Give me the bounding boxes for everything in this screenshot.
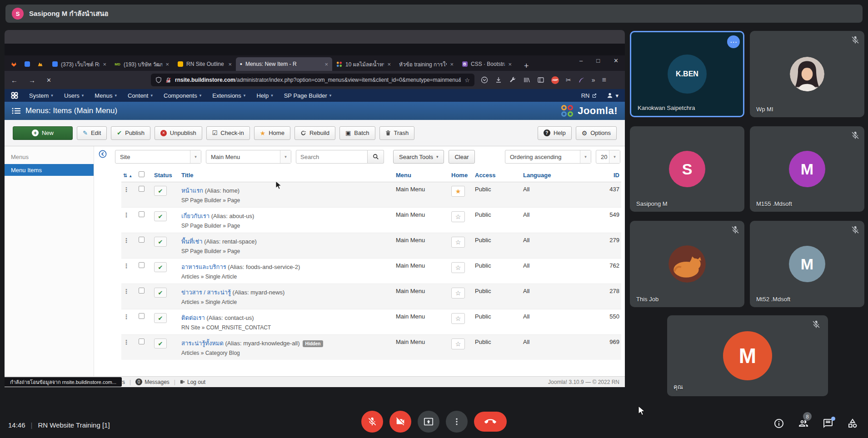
unpublish-button[interactable]: ×Unpublish	[155, 126, 202, 140]
menu-item-link[interactable]: พื้นที่เช่า	[181, 238, 203, 245]
participant-tile-this-job[interactable]: This Job	[630, 221, 744, 307]
search-tools-button[interactable]: Search Tools▾	[393, 150, 444, 164]
menubar-item-menus[interactable]: Menus▾	[89, 92, 122, 99]
address-bar[interactable]: rnsite.buildinstore.com/administrator/in…	[151, 74, 474, 86]
meeting-details-button[interactable]	[773, 418, 784, 429]
stop-icon[interactable]: ✕	[46, 77, 51, 84]
hang-up-button[interactable]	[474, 412, 507, 432]
home-toggle-button[interactable]: ☆	[451, 237, 465, 248]
status-published-button[interactable]: ✔	[154, 313, 167, 323]
limit-select[interactable]: 20▾	[596, 150, 620, 164]
menubar-item-system[interactable]: System▾	[24, 92, 59, 99]
menubar-item-content[interactable]: Content▾	[122, 92, 158, 99]
participants-button[interactable]: 8	[798, 418, 809, 429]
overflow-icon[interactable]: »	[592, 76, 595, 84]
header-id[interactable]: ID	[598, 169, 621, 182]
clear-button[interactable]: Clear	[449, 150, 474, 164]
drag-handle-icon[interactable]: ⋮	[123, 211, 130, 219]
row-checkbox[interactable]	[139, 313, 145, 319]
status-published-button[interactable]: ✔	[154, 237, 167, 247]
row-checkbox[interactable]	[139, 211, 145, 217]
sidebar-icon[interactable]	[537, 76, 544, 84]
client-select[interactable]: Site▾	[115, 150, 201, 164]
gitlab-icon[interactable]	[11, 61, 17, 67]
menu-item-link[interactable]: ข่าวสาร / สาระน่ารู้	[181, 289, 231, 296]
home-toggle-button[interactable]: ☆	[451, 211, 465, 222]
menutype-select[interactable]: Main Menu▾	[206, 150, 291, 164]
header-language[interactable]: Language	[521, 169, 598, 182]
row-checkbox[interactable]	[139, 237, 145, 243]
menubar-item-users[interactable]: Users▾	[59, 92, 89, 99]
home-toggle-button[interactable]: ☆	[451, 262, 465, 273]
rebuild-button[interactable]: Rebuild	[294, 126, 335, 140]
tile-more-button[interactable]: ⋯	[727, 35, 740, 48]
ordering-select[interactable]: Ordering ascending▾	[505, 150, 591, 164]
menu-hamburger-icon[interactable]: ≡	[602, 76, 606, 84]
user-menu[interactable]: ▾	[607, 92, 619, 99]
browser-tab-active[interactable]: • Menus: New Item - R ×	[236, 57, 332, 71]
drag-handle-icon[interactable]: ⋮	[123, 237, 130, 244]
chat-button[interactable]	[823, 418, 833, 429]
library-icon[interactable]	[523, 76, 530, 84]
batch-button[interactable]: ▣Batch	[339, 126, 375, 140]
drag-handle-icon[interactable]: ⋮	[123, 313, 130, 320]
present-button[interactable]	[418, 411, 439, 433]
browser-tab[interactable]: RN Site Outline - Goo ×	[173, 57, 236, 71]
sidebar-item-menu-items[interactable]: Menu Items	[5, 164, 94, 176]
row-checkbox[interactable]	[139, 338, 145, 344]
mic-toggle-button[interactable]	[361, 411, 383, 433]
sidebar-collapse-button[interactable]	[99, 150, 107, 158]
options-button[interactable]: ⚙Options	[576, 126, 617, 140]
menu-item-link[interactable]: สาระน่ารู้ทั้งหมด	[181, 340, 224, 347]
drag-handle-icon[interactable]: ⋮	[123, 186, 130, 193]
browser-tab[interactable]: MD (193) บริษัท วัฒนาวิชั่ ×	[110, 57, 173, 71]
activities-button[interactable]	[847, 418, 858, 429]
maximize-icon[interactable]: □	[596, 57, 600, 64]
browser-tab[interactable]: 10 ผลไม้ลดน้ำหนัก แค ×	[332, 57, 395, 71]
bookmark-star-icon[interactable]: ☆	[464, 77, 470, 84]
menu-item-link[interactable]: เกี่ยวกับเรา	[181, 213, 210, 219]
header-title[interactable]: Title	[180, 169, 394, 182]
trash-button[interactable]: Trash	[379, 126, 415, 140]
status-published-button[interactable]: ✔	[154, 338, 167, 348]
home-toggle-button[interactable]: ★	[451, 186, 465, 197]
help-button[interactable]: ?Help	[538, 126, 572, 140]
adblock-icon[interactable]: ABP	[551, 76, 559, 84]
header-access[interactable]: Access	[473, 169, 521, 182]
participant-tile-kanokwan[interactable]: ⋯ K.BEN Kanokwan Saipetchra	[630, 31, 744, 117]
back-icon[interactable]: ←	[11, 76, 18, 84]
menubar-item-sp-page-builder[interactable]: SP Page Builder▾	[279, 92, 337, 99]
ordering-sort-icon[interactable]: ⇅	[123, 173, 127, 178]
preview-site-link[interactable]: RN	[581, 92, 597, 99]
browser-tab[interactable]: B CSS · Bootstrap ×	[458, 57, 516, 71]
wrench-icon[interactable]	[509, 76, 516, 84]
new-button[interactable]: +New	[13, 126, 73, 140]
participant-tile-sasipong[interactable]: S Sasipong M	[630, 126, 744, 212]
close-tab-icon[interactable]: ×	[387, 61, 391, 68]
menubar-item-extensions[interactable]: Extensions▾	[207, 92, 251, 99]
participant-tile-m155[interactable]: M M155 .Mdsoft	[750, 126, 864, 212]
close-window-icon[interactable]: ✕	[614, 57, 619, 64]
edit-button[interactable]: ✎Edit	[77, 126, 107, 140]
feather-extension-icon[interactable]	[578, 77, 585, 84]
row-checkbox[interactable]	[139, 262, 145, 268]
menu-item-link[interactable]: ติดต่อเรา	[181, 314, 205, 321]
browser-tab[interactable]: หัวข้อ training การใช้งานเว็ ×	[395, 57, 458, 71]
home-button[interactable]: ★Home	[254, 126, 290, 140]
drag-handle-icon[interactable]: ⋮	[123, 288, 130, 295]
status-published-button[interactable]: ✔	[154, 288, 167, 298]
insecure-lock-icon[interactable]	[165, 77, 171, 83]
new-tab-button[interactable]: +	[520, 61, 533, 71]
close-tab-icon[interactable]: ×	[450, 61, 454, 68]
more-options-button[interactable]	[446, 411, 468, 433]
checkin-button[interactable]: ☑Check-in	[206, 126, 250, 140]
download-icon[interactable]	[495, 76, 502, 84]
browser-tab[interactable]: (373) เว็บไซต์ Rnyard ×	[48, 57, 110, 71]
row-checkbox[interactable]	[139, 186, 145, 192]
menubar-item-components[interactable]: Components▾	[158, 92, 207, 99]
shield-icon[interactable]	[155, 77, 162, 83]
home-toggle-button[interactable]: ☆	[451, 288, 465, 299]
participant-tile-mt52[interactable]: M Mt52 .Mdsoft	[750, 221, 864, 307]
close-tab-icon[interactable]: ×	[165, 61, 169, 68]
drag-handle-icon[interactable]: ⋮	[123, 338, 130, 346]
